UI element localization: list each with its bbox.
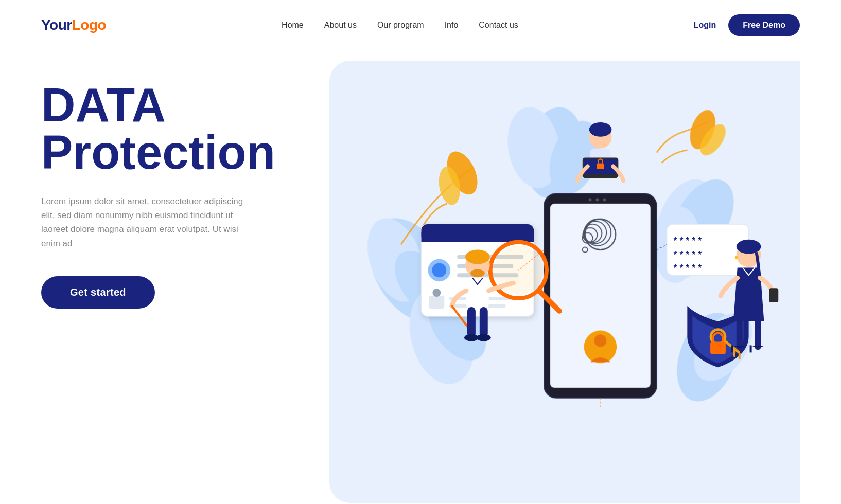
nav-info[interactable]: Info [445, 21, 459, 29]
nav-right: Login Free Demo [694, 14, 800, 36]
svg-rect-54 [597, 164, 604, 169]
svg-rect-67 [769, 288, 778, 302]
svg-text:* * * * *: * * * * * [674, 236, 702, 246]
svg-point-66 [735, 256, 738, 259]
logo-logo: Logo [72, 17, 106, 33]
svg-rect-58 [466, 278, 489, 309]
svg-point-20 [595, 198, 599, 201]
nav-links: Home About us Our program Info Contact u… [282, 21, 518, 30]
svg-rect-68 [731, 345, 733, 352]
free-demo-button[interactable]: Free Demo [728, 14, 800, 36]
hero-illustration: * * * * * * * * * * * * * * * [299, 50, 800, 495]
svg-point-19 [589, 198, 592, 201]
get-started-button[interactable]: Get started [41, 276, 155, 309]
svg-point-50 [589, 122, 612, 137]
svg-point-57 [470, 269, 485, 277]
nav-about[interactable]: About us [324, 21, 357, 29]
hero-section: DATA Protection Lorem ipsum dolor sit am… [0, 50, 841, 503]
nav-program[interactable]: Our program [377, 21, 424, 29]
svg-point-63 [477, 334, 491, 341]
svg-point-34 [432, 289, 441, 297]
svg-point-21 [603, 198, 606, 201]
svg-point-24 [594, 335, 606, 347]
hero-title: DATA Protection [41, 81, 299, 176]
svg-text:* * * * *: * * * * * [674, 263, 702, 273]
svg-point-65 [737, 240, 761, 254]
hero-title-line2: Protection [41, 129, 299, 176]
nav-home[interactable]: Home [282, 21, 304, 29]
hero-left: DATA Protection Lorem ipsum dolor sit am… [41, 50, 299, 309]
svg-point-62 [464, 334, 479, 341]
hero-description: Lorem ipsum dolor sit amet, consectetuer… [41, 194, 257, 250]
svg-rect-48 [710, 342, 726, 354]
svg-point-32 [432, 263, 446, 277]
hero-title-line1: DATA [41, 81, 299, 129]
svg-rect-69 [750, 345, 752, 352]
nav-contact[interactable]: Contact us [479, 21, 518, 29]
svg-rect-33 [429, 296, 444, 309]
hero-right: * * * * * * * * * * * * * * * [299, 50, 800, 503]
logo-your: Your [41, 17, 72, 33]
logo: YourLogo [41, 17, 106, 33]
svg-text:* * * * *: * * * * * [674, 249, 702, 260]
login-button[interactable]: Login [694, 21, 716, 30]
svg-rect-60 [467, 307, 476, 338]
svg-rect-61 [480, 307, 488, 338]
svg-point-56 [465, 250, 490, 264]
navbar: YourLogo Home About us Our program Info … [0, 0, 841, 50]
